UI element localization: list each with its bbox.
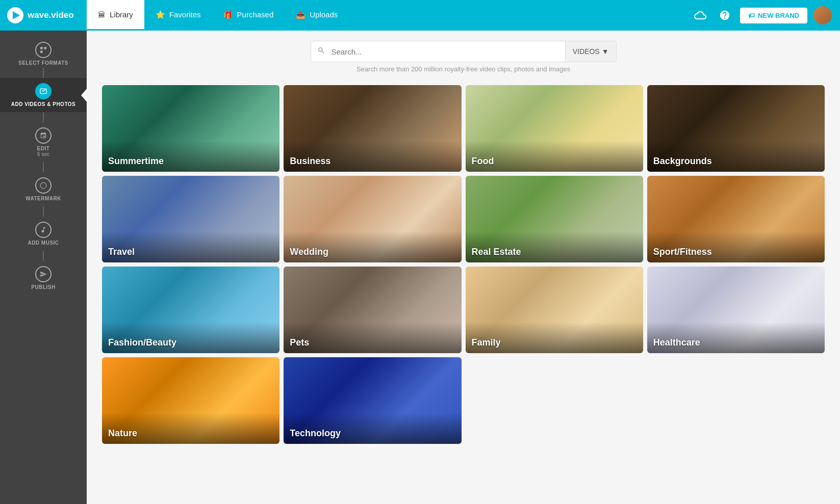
category-label-technology: Technology — [290, 428, 341, 438]
category-label-summertime: Summertime — [108, 156, 164, 166]
category-label-nature: Nature — [108, 428, 137, 438]
sidebar-item-publish[interactable]: PUBLISH — [0, 261, 87, 295]
search-bar: VIDEOS ▼ — [311, 41, 617, 62]
category-overlay-fashion: Fashion/Beauty — [102, 322, 279, 353]
category-card-family[interactable]: Family — [466, 267, 643, 353]
nav-tabs: 🏛 Library ⭐ Favorites 🎁 Purchased 📤 Uplo… — [87, 0, 691, 31]
sidebar-item-watermark[interactable]: WATERMARK — [0, 172, 87, 206]
step-circle-2 — [35, 83, 52, 99]
category-card-healthcare[interactable]: Healthcare — [647, 267, 825, 353]
sidebar: SELECT FORMATS ADD VIDEOS & PHOTOS EDIT … — [0, 31, 87, 504]
category-label-realestate: Real Estate — [472, 247, 521, 257]
category-overlay-pets: Pets — [284, 322, 461, 353]
category-overlay-wedding: Wedding — [284, 231, 461, 262]
sidebar-item-edit[interactable]: EDIT 6 sec — [0, 122, 87, 162]
category-card-fashion[interactable]: Fashion/Beauty — [102, 267, 279, 353]
tab-library[interactable]: 🏛 Library — [87, 0, 144, 31]
category-label-backgrounds: Backgrounds — [653, 156, 712, 166]
svg-rect-1 — [44, 47, 46, 49]
sidebar-item-add-videos[interactable]: ADD VIDEOS & PHOTOS — [0, 78, 87, 112]
category-grid: Summertime Business Food Backgrounds Tra… — [102, 85, 825, 444]
connector-5 — [43, 251, 44, 261]
category-card-summertime[interactable]: Summertime — [102, 85, 279, 172]
category-card-technology[interactable]: Technology — [284, 357, 461, 444]
connector-3 — [43, 162, 44, 172]
main-layout: SELECT FORMATS ADD VIDEOS & PHOTOS EDIT … — [0, 31, 840, 504]
nav-right: 🏷 NEW BRAND — [691, 6, 840, 24]
step-circle-3 — [35, 127, 52, 144]
category-label-wedding: Wedding — [290, 247, 328, 257]
category-overlay-food: Food — [466, 141, 643, 172]
top-nav: wave.video 🏛 Library ⭐ Favorites 🎁 Purch… — [0, 0, 840, 31]
category-card-nature[interactable]: Nature — [102, 357, 279, 444]
connector-1 — [43, 68, 44, 78]
search-input[interactable] — [332, 47, 565, 56]
category-overlay-technology: Technology — [284, 413, 461, 444]
step-circle-6 — [35, 266, 52, 282]
svg-point-3 — [40, 182, 46, 189]
connector-4 — [43, 206, 44, 217]
step-circle-1 — [35, 42, 52, 58]
step-circle-4 — [35, 177, 52, 194]
category-card-realestate[interactable]: Real Estate — [466, 176, 643, 262]
category-card-business[interactable]: Business — [284, 85, 461, 172]
uploads-icon: 📤 — [296, 10, 306, 19]
category-card-sportfitness[interactable]: Sport/Fitness — [647, 176, 825, 262]
connector-2 — [43, 112, 44, 122]
sidebar-item-select-formats[interactable]: SELECT FORMATS — [0, 36, 87, 68]
logo[interactable]: wave.video — [0, 7, 87, 23]
tab-uploads[interactable]: 📤 Uploads — [285, 0, 349, 31]
category-card-food[interactable]: Food — [466, 85, 643, 172]
category-card-wedding[interactable]: Wedding — [284, 176, 461, 262]
svg-rect-0 — [40, 47, 43, 49]
help-icon-btn[interactable] — [716, 6, 734, 24]
category-label-food: Food — [472, 156, 494, 166]
category-label-family: Family — [472, 337, 501, 348]
svg-rect-2 — [40, 50, 43, 53]
category-overlay-summertime: Summertime — [102, 141, 279, 172]
category-overlay-business: Business — [284, 141, 461, 172]
sidebar-item-add-music[interactable]: ADD MUSIC — [0, 217, 87, 251]
search-hint: Search more than 200 million royalty-fre… — [357, 65, 570, 73]
category-card-pets[interactable]: Pets — [284, 267, 461, 353]
tab-purchased[interactable]: 🎁 Purchased — [212, 0, 285, 31]
category-label-business: Business — [290, 156, 330, 166]
tag-icon: 🏷 — [748, 12, 755, 19]
tab-favorites[interactable]: ⭐ Favorites — [144, 0, 212, 31]
cloud-icon-btn[interactable] — [691, 6, 709, 24]
category-label-sportfitness: Sport/Fitness — [653, 247, 712, 257]
step-circle-5 — [35, 222, 52, 238]
search-icon — [311, 46, 332, 57]
category-overlay-realestate: Real Estate — [466, 231, 643, 262]
category-label-pets: Pets — [290, 337, 309, 348]
logo-text: wave.video — [28, 10, 74, 20]
content-area: VIDEOS ▼ Search more than 200 million ro… — [87, 31, 840, 504]
category-card-travel[interactable]: Travel — [102, 176, 279, 262]
search-section: VIDEOS ▼ Search more than 200 million ro… — [102, 41, 825, 73]
category-label-healthcare: Healthcare — [653, 337, 700, 348]
library-icon: 🏛 — [98, 10, 106, 19]
category-overlay-sportfitness: Sport/Fitness — [647, 231, 825, 262]
edit-label: EDIT — [37, 146, 50, 151]
dropdown-icon: ▼ — [602, 47, 609, 56]
category-overlay-family: Family — [466, 322, 643, 353]
category-label-fashion: Fashion/Beauty — [108, 337, 176, 348]
purchased-icon: 🎁 — [223, 10, 233, 19]
avatar[interactable] — [813, 6, 832, 24]
favorites-icon: ⭐ — [156, 10, 165, 19]
category-overlay-nature: Nature — [102, 413, 279, 444]
category-overlay-backgrounds: Backgrounds — [647, 141, 825, 172]
category-label-travel: Travel — [108, 247, 135, 257]
category-overlay-travel: Travel — [102, 231, 279, 262]
search-type-button[interactable]: VIDEOS ▼ — [565, 41, 616, 62]
new-brand-button[interactable]: 🏷 NEW BRAND — [740, 8, 807, 23]
category-overlay-healthcare: Healthcare — [647, 322, 825, 353]
category-card-backgrounds[interactable]: Backgrounds — [647, 85, 825, 172]
